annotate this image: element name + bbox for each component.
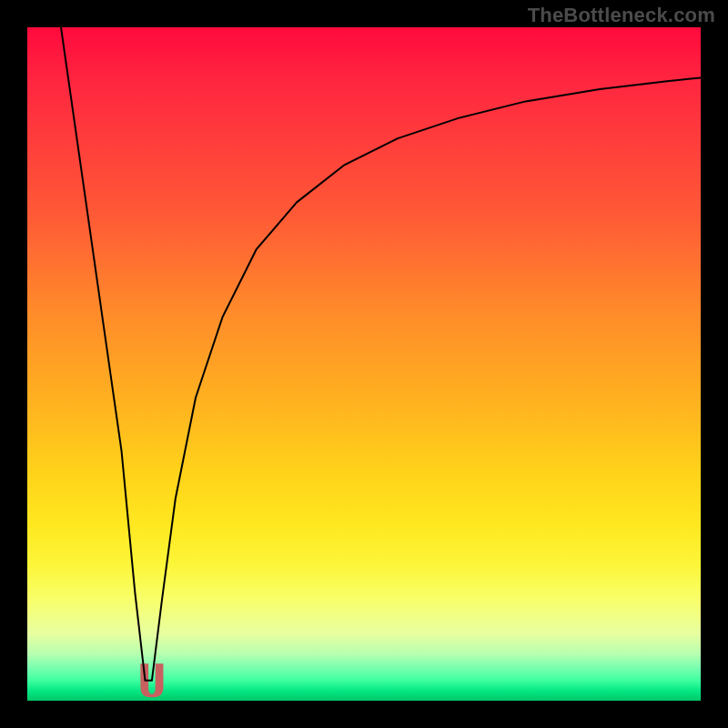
chart-svg: [27, 27, 701, 701]
bottleneck-curve: [61, 27, 701, 681]
credit-watermark: TheBottleneck.com: [528, 4, 715, 27]
outer-frame: TheBottleneck.com: [0, 0, 728, 728]
plot-area: [27, 27, 701, 701]
